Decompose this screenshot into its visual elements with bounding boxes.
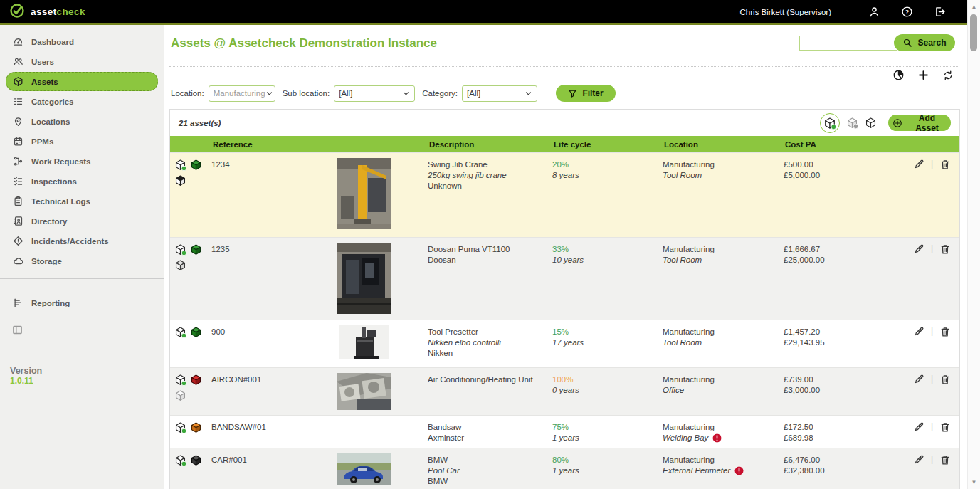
- sidebar-item-label: Incidents/Accidents: [31, 237, 109, 246]
- category-cube-icon: [190, 243, 202, 256]
- location-cell: ManufacturingOffice: [663, 368, 784, 415]
- table-row[interactable]: 900Tool PresetterNikken elbo controlliNi…: [170, 320, 959, 367]
- refresh-icon[interactable]: [942, 70, 954, 81]
- asset-cube-linked-icon: [174, 454, 186, 466]
- sub-location-select[interactable]: [All]: [334, 85, 415, 102]
- assetcheck-logo-icon: [9, 3, 25, 21]
- delete-button[interactable]: [939, 326, 951, 337]
- asset-photo-crane: [337, 158, 391, 229]
- asset-view-toggle-archived-icon[interactable]: [846, 117, 858, 129]
- life-cycle-years: 1 years: [552, 433, 663, 443]
- cost-total: £3,000.00: [784, 385, 912, 396]
- category-cube-icon: [190, 454, 202, 466]
- asset-photo-aircon: [337, 373, 391, 410]
- help-icon[interactable]: ?: [898, 4, 915, 21]
- table-header: Reference Description Life cycle Locatio…: [170, 136, 959, 152]
- logout-icon[interactable]: [931, 4, 948, 21]
- sidebar-item-storage[interactable]: Storage: [6, 251, 158, 270]
- search-input[interactable]: [799, 36, 897, 51]
- asset-make: Nikken: [428, 348, 552, 359]
- sidebar-item-categories[interactable]: Categories: [6, 92, 158, 111]
- asset-sub-location: Welding Bay: [663, 433, 708, 443]
- row-actions: |: [912, 238, 959, 320]
- scrollbar-down-arrow[interactable]: ▼: [968, 479, 980, 485]
- asset-cube-linked-icon: [174, 421, 186, 433]
- asset-make: Doosan: [428, 255, 552, 265]
- asset-reference: BANDSAW#01: [211, 416, 300, 448]
- delete-button[interactable]: [939, 374, 951, 385]
- checklist-icon: [12, 176, 23, 186]
- report-icon: [12, 298, 23, 308]
- asset-description-cell: Swing Jib Crane250kg swing jib craneUnkn…: [428, 153, 552, 237]
- sidebar-item-reporting[interactable]: Reporting: [6, 293, 158, 312]
- sidebar-item-label: Work Requests: [31, 157, 91, 166]
- sidebar-item-ppms[interactable]: PPMs: [6, 132, 158, 151]
- asset-photo-presetter: [339, 325, 389, 359]
- page-title: Assets @ Assetcheck Demonstration Instan…: [171, 36, 437, 51]
- asset-cube-linked-icon: [174, 374, 186, 386]
- edit-button[interactable]: [914, 243, 924, 254]
- life-cycle-years: 10 years: [552, 255, 663, 265]
- cost-cell: £172.50£689.98: [784, 416, 912, 448]
- asset-cube-linked-icon: [174, 159, 186, 171]
- scrollbar-thumb[interactable]: [970, 14, 977, 51]
- asset-variant-cube-icon: [174, 259, 186, 271]
- sidebar-item-dashboard[interactable]: Dashboard: [6, 32, 158, 51]
- table-row[interactable]: 1235Doosan Puma VT1100Doosan33%10 yearsM…: [170, 237, 959, 320]
- cost-cell: £739.00£3,000.00: [784, 368, 912, 415]
- chevron-down-icon: [525, 90, 532, 98]
- delete-button[interactable]: [939, 243, 951, 255]
- edit-button[interactable]: [914, 159, 924, 169]
- life-cycle-percent: 75%: [552, 422, 663, 433]
- asset-reference: 1234: [211, 153, 300, 237]
- pie-chart-icon[interactable]: [892, 69, 905, 81]
- search-button[interactable]: Search: [894, 34, 955, 51]
- sidebar-item-incidents-accidents[interactable]: Incidents/Accidents: [6, 231, 158, 251]
- asset-view-toggle-active-icon[interactable]: [820, 113, 840, 133]
- add-asset-button[interactable]: Add Asset: [888, 115, 951, 131]
- sidebar-item-users[interactable]: Users: [6, 52, 158, 71]
- asset-view-toggle-all-icon[interactable]: [865, 117, 877, 129]
- table-toolbar: 21 asset(s) Add Asset: [170, 110, 959, 136]
- edit-button[interactable]: [914, 454, 924, 465]
- location-select[interactable]: Manufacturing: [209, 85, 275, 102]
- edit-button[interactable]: [914, 374, 924, 384]
- asset-location: Manufacturing: [663, 455, 784, 466]
- table-row[interactable]: 1234Swing Jib Crane250kg swing jib crane…: [170, 152, 959, 237]
- user-account-icon[interactable]: [865, 4, 882, 21]
- location-cell: ManufacturingTool Room: [663, 153, 784, 237]
- cost-total: £689.98: [784, 433, 912, 443]
- scrollbar[interactable]: ▲ ▼: [967, 0, 980, 489]
- asset-reference: 900: [211, 320, 300, 367]
- app-logo: assetcheck: [9, 3, 85, 21]
- scrollbar-up-arrow[interactable]: ▲: [968, 4, 980, 10]
- sidebar-item-work-requests[interactable]: Work Requests: [6, 152, 158, 171]
- category-select[interactable]: [All]: [462, 85, 537, 102]
- sidebar-item-inspections[interactable]: Inspections: [6, 172, 158, 191]
- sidebar-item-assets[interactable]: Assets: [6, 72, 158, 91]
- life-cycle-percent: 15%: [552, 327, 663, 337]
- delete-button[interactable]: [939, 454, 951, 466]
- delete-button[interactable]: [939, 421, 951, 433]
- asset-location: Manufacturing: [663, 374, 784, 385]
- asset-thumbnail: [300, 153, 428, 237]
- row-actions: |: [912, 416, 959, 448]
- edit-button[interactable]: [914, 421, 924, 432]
- filter-button[interactable]: Filter: [556, 85, 616, 102]
- life-cycle-years: 1 years: [552, 466, 663, 476]
- add-icon[interactable]: [917, 69, 929, 81]
- delete-button[interactable]: [939, 159, 951, 170]
- table-row[interactable]: CAR#001BMWPool CarBMW80%1 yearsManufactu…: [170, 448, 959, 489]
- sidebar-item-directory[interactable]: Directory: [6, 211, 158, 231]
- sidebar-nav: DashboardUsersAssetsCategoriesLocationsP…: [0, 25, 164, 270]
- sidebar-item-locations[interactable]: Locations: [6, 112, 158, 131]
- sidebar-item-technical-logs[interactable]: Technical Logs: [6, 191, 158, 211]
- row-actions: |: [912, 368, 959, 415]
- asset-description-cell: BMWPool CarBMW: [428, 448, 552, 489]
- edit-button[interactable]: [914, 326, 924, 337]
- table-row[interactable]: BANDSAW#01BandsawAxminster75%1 yearsManu…: [170, 415, 959, 448]
- table-row[interactable]: AIRCON#001Air Conditioning/Heating Unit1…: [170, 367, 959, 415]
- version-value: 1.0.11: [10, 376, 164, 386]
- asset-sub-location: Tool Room: [663, 255, 702, 265]
- sidebar-collapse-icon[interactable]: [11, 324, 23, 336]
